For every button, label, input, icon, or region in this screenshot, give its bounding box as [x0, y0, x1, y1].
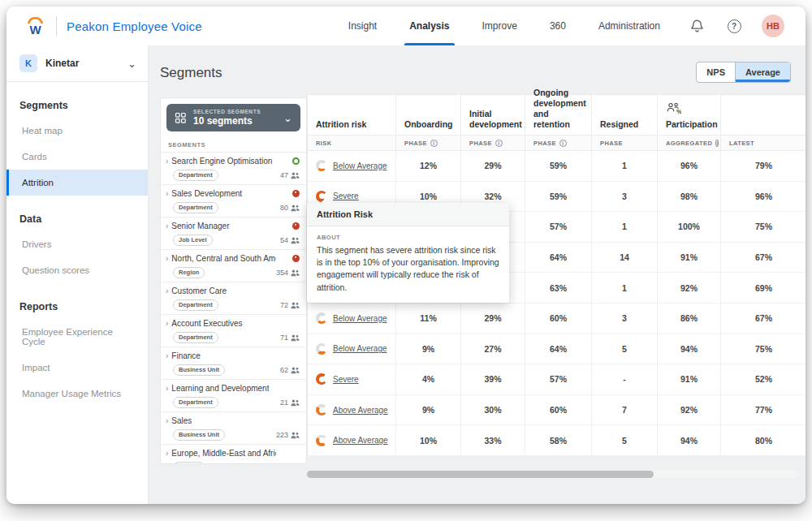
segment-row-sales-development[interactable]: ›Sales DevelopmentDepartment80 — [161, 185, 306, 217]
sidebar-item-manager-usage-metrics[interactable]: Manager Usage Metrics — [6, 381, 148, 407]
segment-row-senior-manager[interactable]: ›Senior ManagerJob Level54 — [161, 217, 306, 250]
cell-onboarding: 9% — [396, 334, 461, 365]
segment-row-customer-care[interactable]: ›Customer CareDepartment72 — [161, 282, 306, 315]
team-name: Kinetar — [45, 58, 119, 69]
help-icon[interactable]: ? — [724, 16, 744, 36]
svg-text:%: % — [676, 108, 681, 114]
risk-link[interactable]: Severe — [333, 375, 359, 384]
segment-row-north-central-and-south-america[interactable]: ›North, Central and South AmericaRegion3… — [161, 250, 306, 282]
cell-initial: 27% — [461, 334, 525, 365]
risk-gauge-below-average-icon — [316, 343, 327, 355]
segment-name-row: ›North, Central and South America — [166, 254, 276, 263]
people-icon — [291, 432, 300, 439]
cell-latest: 96% — [721, 182, 806, 213]
segment-name: North, Central and South America — [171, 254, 276, 263]
info-icon[interactable]: i — [495, 140, 503, 147]
segment-type-badge: Department — [173, 332, 218, 343]
sidebar-item-employee-experience-cycle[interactable]: Employee Experience Cycle — [6, 319, 148, 355]
tab-insight[interactable]: Insight — [347, 6, 378, 45]
risk-gauge-below-average-icon — [316, 160, 327, 171]
segment-name: Europe, Middle-East and Africa — [171, 449, 276, 458]
tab-360[interactable]: 360 — [548, 6, 568, 45]
sidebar-item-cards[interactable]: Cards — [6, 144, 148, 170]
sidebar-item-attrition[interactable]: Attrition — [6, 170, 148, 196]
segment-info: ›Learning and DevelopmentDepartment — [166, 384, 280, 408]
cell-aggregated: 94% — [658, 334, 721, 365]
tooltip-section-label: ABOUT — [317, 234, 499, 241]
cell-latest: 52% — [721, 364, 806, 395]
cell-ongoing: 59% — [525, 182, 592, 213]
segment-name: Sales Development — [171, 189, 242, 198]
segment-type-badge: Business Unit — [173, 429, 225, 441]
segment-meta: 223 — [276, 416, 300, 441]
risk-cell: Below Average — [308, 304, 396, 334]
chevron-right-icon: › — [166, 222, 168, 230]
segment-employee-count: 71 — [280, 334, 300, 342]
sidebar-item-question-scores[interactable]: Question scores — [6, 257, 148, 283]
info-icon[interactable]: i — [715, 140, 719, 147]
people-icon — [291, 205, 300, 212]
segment-employee-count: 62 — [280, 366, 300, 374]
people-icon — [291, 464, 300, 465]
sidebar-item-impact[interactable]: Impact — [6, 355, 148, 381]
segment-row-finance[interactable]: ›FinanceBusiness Unit62 — [161, 347, 306, 380]
topbar: W Peakon Employee Voice InsightAnalysisI… — [6, 6, 806, 45]
info-icon[interactable]: i — [430, 140, 438, 147]
cell-ongoing: 64% — [525, 334, 592, 365]
risk-link[interactable]: Above Average — [333, 406, 388, 415]
segment-info: ›Customer CareDepartment — [166, 286, 280, 311]
tooltip-text: This segment has severe attrition risk s… — [317, 244, 499, 294]
risk-link[interactable]: Below Average — [333, 161, 387, 170]
tooltip-title: Attrition Risk — [307, 203, 509, 226]
risk-link[interactable]: Below Average — [333, 344, 387, 353]
segment-info: ›Search Engine OptimisationDepartment — [166, 157, 280, 181]
cell-aggregated: 92% — [658, 395, 721, 426]
column-header-resigned: Resigned — [592, 95, 658, 135]
risk-link[interactable]: Above Average — [333, 436, 388, 445]
app-window: W Peakon Employee Voice InsightAnalysisI… — [6, 6, 806, 504]
segment-row-sales[interactable]: ›SalesBusiness Unit223 — [161, 412, 306, 445]
segment-type-badge: Department — [173, 299, 218, 311]
team-selector[interactable]: K Kinetar ⌄ — [6, 45, 148, 82]
sidebar-item-heat-map[interactable]: Heat map — [6, 118, 148, 144]
segment-employee-count: 223 — [276, 431, 300, 439]
segment-type-badge: Job Level — [173, 235, 213, 246]
table-row: Below Average9%27%64%594%75% — [308, 334, 806, 365]
tab-administration[interactable]: Administration — [597, 6, 662, 45]
cell-initial: 39% — [461, 364, 525, 395]
info-icon[interactable]: i — [559, 140, 567, 147]
user-avatar[interactable]: HB — [762, 15, 784, 37]
selected-segments-dropdown[interactable]: SELECTED SEGMENTS 10 segments ⌄ — [166, 104, 300, 131]
team-initial-badge: K — [19, 54, 37, 72]
notifications-bell-icon[interactable] — [687, 16, 706, 36]
segment-type-badge: Department — [173, 170, 218, 181]
segment-row-account-executives[interactable]: ›Account ExecutivesDepartment71 — [161, 315, 306, 347]
attrition-risk-tooltip: Attrition Risk ABOUT This segment has se… — [307, 203, 509, 303]
risk-gauge-above-average-icon — [316, 404, 327, 416]
toggle-nps[interactable]: NPS — [697, 62, 735, 82]
sidebar-section-reports: ReportsEmployee Experience CycleImpactMa… — [6, 295, 148, 407]
sidebar-item-drivers[interactable]: Drivers — [6, 231, 148, 257]
cell-latest: 67% — [721, 304, 806, 334]
toggle-average[interactable]: Average — [735, 62, 790, 82]
subheader-risk: RISK — [308, 135, 396, 151]
horizontal-scrollbar-track[interactable] — [307, 471, 799, 478]
horizontal-scrollbar-thumb[interactable] — [307, 471, 654, 478]
table-row: Severe4%39%57%-91%52% — [308, 364, 806, 395]
segment-row-learning-and-development[interactable]: ›Learning and DevelopmentDepartment21 — [161, 380, 306, 412]
segment-row-europe-middle-east-and-africa[interactable]: ›Europe, Middle-East and AfricaRegion264 — [161, 445, 306, 464]
svg-text:W: W — [29, 23, 41, 36]
tab-analysis[interactable]: Analysis — [408, 6, 451, 45]
chevron-right-icon: › — [166, 254, 168, 263]
risk-link[interactable]: Below Average — [333, 314, 387, 323]
segment-meta: 264 — [276, 449, 300, 464]
segment-name-row: ›Customer Care — [166, 286, 280, 295]
table-row: Below Average12%29%59%196%79% — [308, 151, 806, 182]
risk-link[interactable]: Severe — [333, 192, 359, 200]
segment-row-search-engine-optimisation[interactable]: ›Search Engine OptimisationDepartment47 — [161, 153, 306, 185]
cell-aggregated: 86% — [658, 304, 721, 334]
segment-list: ›Search Engine OptimisationDepartment47›… — [161, 153, 306, 464]
sidebar-heading-segments: Segments — [6, 93, 148, 118]
cell-latest: 79% — [721, 151, 806, 182]
tab-improve[interactable]: Improve — [481, 6, 519, 45]
